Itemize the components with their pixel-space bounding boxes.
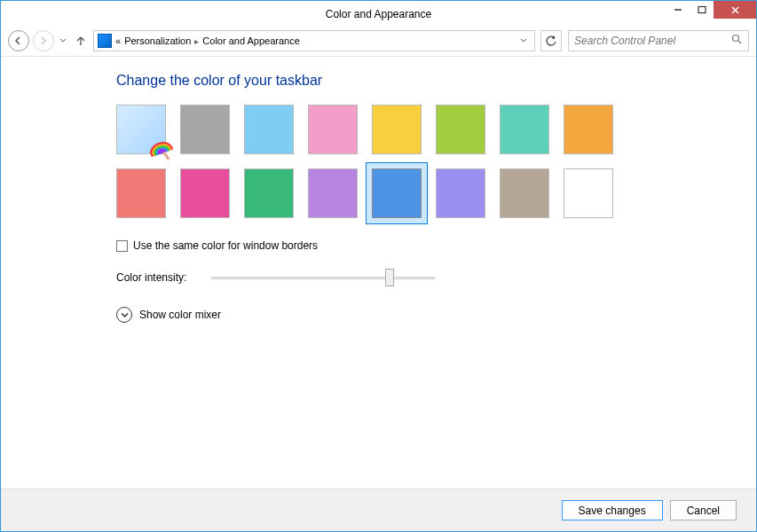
window-title: Color and Appearance xyxy=(326,8,431,20)
maximize-icon xyxy=(698,5,706,14)
page-heading: Change the color of your taskbar xyxy=(116,73,756,89)
color-swatch-automatic[interactable] xyxy=(116,105,166,154)
close-icon xyxy=(730,5,740,15)
expander-label: Show color mixer xyxy=(139,309,221,321)
expander-button[interactable] xyxy=(116,307,132,323)
back-button[interactable] xyxy=(8,30,29,51)
color-swatch-purple[interactable] xyxy=(308,168,358,218)
minimize-button[interactable] xyxy=(666,1,690,19)
color-swatch-taupe[interactable] xyxy=(500,168,549,218)
address-dropdown[interactable] xyxy=(516,37,531,45)
svg-line-5 xyxy=(738,41,741,43)
color-swatches-grid xyxy=(116,105,613,218)
chevron-down-icon xyxy=(520,38,527,43)
breadcrumb-prefix: « xyxy=(115,35,121,46)
navbar: « Personalization ▸ Color and Appearance xyxy=(1,27,756,55)
color-swatch-magenta[interactable] xyxy=(180,168,230,218)
color-swatch-green[interactable] xyxy=(244,168,294,218)
slider-label: Color intensity: xyxy=(116,271,186,284)
color-swatch-coral[interactable] xyxy=(116,168,166,218)
color-swatch-yellow[interactable] xyxy=(372,105,422,154)
maximize-button[interactable] xyxy=(690,1,714,19)
color-mixer-expander[interactable]: Show color mixer xyxy=(116,307,756,323)
color-intensity-slider[interactable] xyxy=(211,277,435,279)
personalization-icon xyxy=(98,34,112,48)
chevron-right-icon[interactable]: ▸ xyxy=(194,36,199,46)
slider-row: Color intensity: xyxy=(116,271,756,284)
chevron-down-icon xyxy=(121,312,129,318)
content-area: Change the color of your taskbar Use the… xyxy=(1,57,756,323)
search-icon[interactable] xyxy=(731,33,743,49)
color-swatch-teal[interactable] xyxy=(500,105,549,154)
checkbox-same-color[interactable] xyxy=(116,240,128,252)
arrow-right-icon xyxy=(38,35,49,46)
chevron-down-icon xyxy=(59,38,67,43)
cancel-button[interactable]: Cancel xyxy=(670,500,737,520)
color-swatch-white[interactable] xyxy=(564,168,613,218)
svg-rect-1 xyxy=(698,7,706,13)
window-controls xyxy=(666,1,756,19)
color-swatch-pink[interactable] xyxy=(308,105,358,154)
history-dropdown[interactable] xyxy=(58,30,68,51)
breadcrumb-item-personalization[interactable]: Personalization xyxy=(124,35,191,46)
refresh-button[interactable] xyxy=(540,30,562,51)
save-changes-button[interactable]: Save changes xyxy=(562,500,663,520)
up-button[interactable] xyxy=(72,30,90,51)
svg-point-4 xyxy=(733,35,739,42)
checkbox-label: Use the same color for window borders xyxy=(133,239,318,252)
color-swatch-lavender[interactable] xyxy=(436,168,485,218)
address-bar[interactable]: « Personalization ▸ Color and Appearance xyxy=(93,30,535,51)
search-box[interactable] xyxy=(568,30,749,51)
breadcrumb-item-current[interactable]: Color and Appearance xyxy=(202,35,299,46)
refresh-icon xyxy=(546,35,557,47)
checkbox-row[interactable]: Use the same color for window borders xyxy=(116,239,756,252)
arrow-left-icon xyxy=(13,35,24,46)
minimize-icon xyxy=(674,5,682,14)
forward-button[interactable] xyxy=(33,30,54,51)
svg-rect-6 xyxy=(162,152,170,160)
slider-thumb[interactable] xyxy=(385,269,394,286)
arrow-up-icon xyxy=(75,35,87,47)
search-input[interactable] xyxy=(574,35,731,47)
titlebar: Color and Appearance xyxy=(1,1,756,27)
color-swatch-sky-blue[interactable] xyxy=(244,105,294,154)
color-swatch-blue[interactable] xyxy=(366,162,428,224)
color-swatch-lime[interactable] xyxy=(436,105,485,154)
color-swatch-orange[interactable] xyxy=(564,105,613,154)
close-button[interactable] xyxy=(714,1,756,19)
color-swatch-gray[interactable] xyxy=(180,105,230,154)
footer-bar: Save changes Cancel xyxy=(1,489,756,531)
color-wheel-icon xyxy=(146,136,176,160)
